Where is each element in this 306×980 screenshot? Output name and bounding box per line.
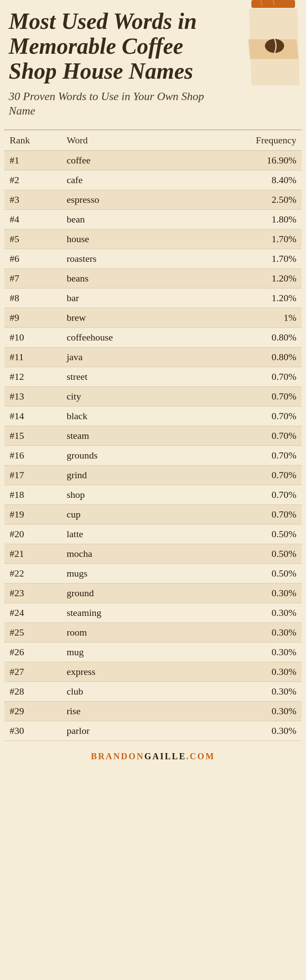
cell-frequency: 1.70%	[207, 229, 302, 249]
table-row: #2cafe8.40%	[4, 170, 302, 190]
cell-frequency: 0.70%	[207, 485, 302, 505]
table-header-row: Rank Word Frequency	[4, 130, 302, 151]
cell-frequency: 0.70%	[207, 387, 302, 407]
cell-word: room	[61, 623, 207, 643]
table-row: #13city0.70%	[4, 387, 302, 407]
cell-frequency: 2.50%	[207, 190, 302, 210]
cell-word: house	[61, 229, 207, 249]
coffee-cup-decoration	[227, 0, 306, 92]
footer: BRANDONGAILLE.COM	[0, 745, 306, 768]
cell-word: roasters	[61, 249, 207, 269]
data-table-container: Rank Word Frequency #1coffee16.90%#2cafe…	[4, 129, 302, 741]
cell-rank: #14	[4, 407, 61, 426]
page-title: Most Used Words in Memorable Coffee Shop…	[9, 9, 219, 84]
cell-rank: #15	[4, 426, 61, 446]
page-subtitle: 30 Proven Words to Use in Your Own Shop …	[9, 89, 227, 119]
cell-rank: #19	[4, 505, 61, 525]
cell-frequency: 0.50%	[207, 525, 302, 544]
cell-word: coffee	[61, 151, 207, 170]
cell-rank: #12	[4, 367, 61, 387]
table-row: #10coffeehouse0.80%	[4, 328, 302, 348]
table-row: #16grounds0.70%	[4, 446, 302, 466]
cell-frequency: 1.70%	[207, 249, 302, 269]
cell-frequency: 0.30%	[207, 623, 302, 643]
table-row: #15steam0.70%	[4, 426, 302, 446]
cell-rank: #10	[4, 328, 61, 348]
words-table: Rank Word Frequency #1coffee16.90%#2cafe…	[4, 129, 302, 741]
cell-word: cup	[61, 505, 207, 525]
cell-frequency: 1.20%	[207, 269, 302, 288]
cell-frequency: 1%	[207, 308, 302, 328]
cell-rank: #17	[4, 466, 61, 485]
cell-rank: #1	[4, 151, 61, 170]
table-row: #12street0.70%	[4, 367, 302, 387]
cell-word: java	[61, 348, 207, 367]
cell-rank: #4	[4, 210, 61, 229]
cell-frequency: 0.50%	[207, 544, 302, 564]
cell-rank: #21	[4, 544, 61, 564]
table-row: #26mug0.30%	[4, 643, 302, 662]
cell-word: bean	[61, 210, 207, 229]
cell-rank: #26	[4, 643, 61, 662]
footer-brand: BRANDONGAILLE.COM	[91, 751, 215, 761]
cell-frequency: 0.70%	[207, 407, 302, 426]
cell-rank: #3	[4, 190, 61, 210]
cell-rank: #30	[4, 721, 61, 741]
cell-word: beans	[61, 269, 207, 288]
cell-frequency: 0.70%	[207, 367, 302, 387]
cell-rank: #22	[4, 564, 61, 584]
cell-word: grind	[61, 466, 207, 485]
cell-word: espresso	[61, 190, 207, 210]
cell-rank: #24	[4, 603, 61, 623]
cell-word: steaming	[61, 603, 207, 623]
cell-word: mocha	[61, 544, 207, 564]
table-row: #24steaming0.30%	[4, 603, 302, 623]
cell-rank: #25	[4, 623, 61, 643]
table-row: #25room0.30%	[4, 623, 302, 643]
cell-rank: #29	[4, 702, 61, 721]
cell-rank: #20	[4, 525, 61, 544]
cell-rank: #16	[4, 446, 61, 466]
cell-word: black	[61, 407, 207, 426]
brand-com: COM	[190, 751, 215, 761]
col-header-frequency: Frequency	[207, 130, 302, 151]
table-row: #20latte0.50%	[4, 525, 302, 544]
cell-word: grounds	[61, 446, 207, 466]
cell-rank: #8	[4, 288, 61, 308]
cell-rank: #9	[4, 308, 61, 328]
svg-point-1	[265, 39, 284, 53]
cell-frequency: 0.30%	[207, 721, 302, 741]
cell-frequency: 0.70%	[207, 505, 302, 525]
table-row: #27express0.30%	[4, 662, 302, 682]
table-row: #17grind0.70%	[4, 466, 302, 485]
cell-rank: #13	[4, 387, 61, 407]
table-row: #9brew1%	[4, 308, 302, 328]
cell-frequency: 0.30%	[207, 603, 302, 623]
table-row: #21mocha0.50%	[4, 544, 302, 564]
brand-name-orange: BRANDON	[91, 751, 144, 761]
cell-rank: #7	[4, 269, 61, 288]
cell-word: shop	[61, 485, 207, 505]
table-row: #30parlor0.30%	[4, 721, 302, 741]
table-row: #14black0.70%	[4, 407, 302, 426]
cell-word: rise	[61, 702, 207, 721]
col-header-rank: Rank	[4, 130, 61, 151]
cell-word: latte	[61, 525, 207, 544]
cell-frequency: 0.70%	[207, 426, 302, 446]
cell-frequency: 16.90%	[207, 151, 302, 170]
brand-name-dark: GAILLE	[144, 751, 186, 761]
cell-word: steam	[61, 426, 207, 446]
table-row: #7beans1.20%	[4, 269, 302, 288]
cell-word: club	[61, 682, 207, 702]
table-row: #18shop0.70%	[4, 485, 302, 505]
cell-frequency: 0.80%	[207, 328, 302, 348]
cell-frequency: 0.30%	[207, 584, 302, 603]
cell-frequency: 0.30%	[207, 702, 302, 721]
cell-frequency: 1.20%	[207, 288, 302, 308]
table-row: #3espresso2.50%	[4, 190, 302, 210]
cell-frequency: 0.70%	[207, 446, 302, 466]
cell-word: bar	[61, 288, 207, 308]
cell-rank: #6	[4, 249, 61, 269]
cell-frequency: 0.30%	[207, 662, 302, 682]
cell-frequency: 1.80%	[207, 210, 302, 229]
